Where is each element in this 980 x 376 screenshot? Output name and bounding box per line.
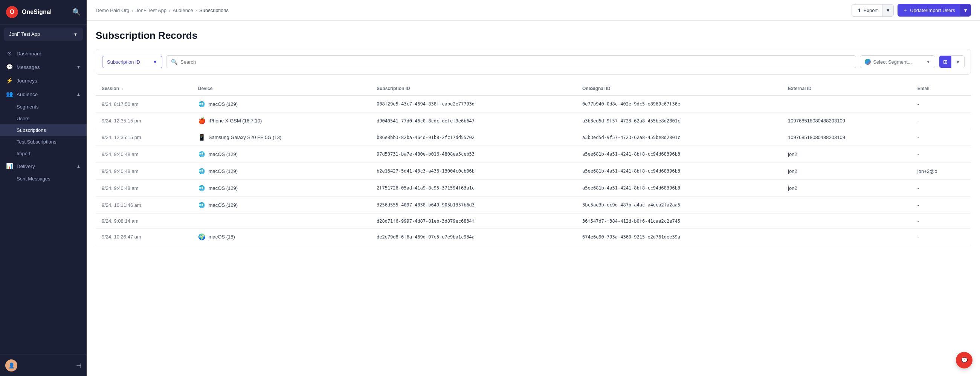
cell-external-id: 109768518080488203109 [782, 113, 912, 129]
table-row[interactable]: 9/24, 12:35:15 pm 📱 Samsung Galaxy S20 F… [95, 129, 971, 146]
breadcrumb-separator: › [169, 8, 170, 13]
cell-subscription-id: b2e16427-5d41-40c3-a436-13004c0cb06b [371, 163, 576, 180]
sidebar-subitem-label: Users [17, 116, 29, 121]
search-box: 🔍 [166, 56, 856, 68]
cell-onesignal-id: a5ee681b-4a51-4241-8bf8-cc94d68396b3 [576, 146, 782, 163]
breadcrumb-item[interactable]: Audience [172, 8, 193, 13]
filter-dropdown[interactable]: Subscription ID ▼ [102, 56, 162, 68]
export-button[interactable]: ⬆ Export ▼ [851, 4, 894, 17]
dashboard-icon: ⊙ [6, 50, 13, 57]
filter-label: Subscription ID [107, 59, 140, 65]
cell-onesignal-id: a3b3ed5d-9f57-4723-62a8-455be8d2801c [576, 113, 782, 129]
cell-subscription-id: 2f751726-05ad-41a9-8c95-371594f63a1c [371, 180, 576, 197]
sidebar-item-subscriptions[interactable]: Subscriptions [0, 124, 87, 136]
sidebar-subitem-label: Subscriptions [17, 127, 46, 133]
cell-email: - [912, 180, 971, 197]
import-button[interactable]: ＋ Update/Import Users ▼ [897, 4, 971, 17]
table-row[interactable]: 9/24, 9:08:14 am d28d71f6-9997-4d87-81eb… [95, 213, 971, 229]
sidebar-logo: O OneSignal 🔍 [0, 0, 87, 24]
sidebar-item-label: Delivery [17, 164, 35, 169]
cell-subscription-id: d9040541-77d0-46c0-8cdc-defef9e6b647 [371, 113, 576, 129]
cell-device: 🌐 macOS (129) [192, 146, 371, 163]
sidebar-item-journeys[interactable]: ⚡ Journeys [0, 74, 87, 88]
sidebar-item-dashboard[interactable]: ⊙ Dashboard [0, 47, 87, 60]
app-selector[interactable]: JonF Test App ▼ [4, 27, 83, 41]
cell-session: 9/24, 9:40:48 am [95, 146, 192, 163]
cell-onesignal-id: 36f547d7-f384-412d-b0f6-41caa2c2e745 [576, 213, 782, 229]
segment-select[interactable]: Select Segment... ▼ [860, 56, 935, 68]
collapse-sidebar-button[interactable]: ⊣ [76, 362, 81, 369]
breadcrumb-item[interactable]: Demo Paid Org [95, 8, 130, 13]
chat-bubble[interactable]: 💬 [956, 352, 972, 368]
cell-subscription-id: de2e79d8-6f6a-469d-97e5-e7e9ba1c934a [371, 229, 576, 245]
import-dropdown-arrow[interactable]: ▼ [960, 5, 971, 16]
cell-device: 🌐 macOS (129) [192, 180, 371, 197]
sidebar-item-label: Journeys [17, 78, 37, 84]
export-label: Export [864, 8, 878, 13]
cell-device: 🌐 macOS (129) [192, 95, 371, 113]
audience-icon: 👥 [6, 91, 13, 97]
table-header-row: Session ↕ Device Subscription ID OneSign… [95, 82, 971, 95]
import-label: Update/Import Users [910, 8, 955, 13]
cell-email: - [912, 229, 971, 245]
grid-view-button[interactable]: ⊞ [939, 56, 951, 68]
cell-subscription-id: b86e8bb3-82ba-464d-91b8-2fc17dd55702 [371, 129, 576, 146]
sidebar-item-test-subscriptions[interactable]: Test Subscriptions [0, 136, 87, 148]
table-row[interactable]: 9/24, 9:40:48 am 🌐 macOS (129) 2f751726-… [95, 180, 971, 197]
topbar: Demo Paid Org › JonF Test App › Audience… [87, 0, 980, 21]
cell-external-id: 109768518080488203109 [782, 129, 912, 146]
sidebar-item-label: Messages [17, 64, 40, 70]
sidebar-item-messages[interactable]: 💬 Messages ▼ [0, 60, 87, 74]
table-row[interactable]: 9/24, 8:17:50 am 🌐 macOS (129) 008f29e5-… [95, 95, 971, 113]
sidebar-item-segments[interactable]: Segments [0, 101, 87, 113]
cell-external-id: jon2 [782, 146, 912, 163]
cell-onesignal-id: a5ee681b-4a51-4241-8bf8-cc94d68396b3 [576, 180, 782, 197]
logo-icon: O [6, 6, 18, 18]
sidebar-item-delivery[interactable]: 📊 Delivery ▲ [0, 159, 87, 173]
cell-onesignal-id: 3bc5ae3b-ec9d-487b-a4ac-a4eca2fa2aa5 [576, 197, 782, 213]
sidebar-item-sent-messages[interactable]: Sent Messages [0, 173, 87, 185]
sidebar-item-import[interactable]: Import [0, 148, 87, 159]
cell-onesignal-id: 674e6e90-793a-4360-9215-e2d761dee39a [576, 229, 782, 245]
sidebar-item-users[interactable]: Users [0, 113, 87, 124]
chevron-up-icon: ▲ [76, 164, 81, 169]
cell-external-id [782, 229, 912, 245]
breadcrumb: Demo Paid Org › JonF Test App › Audience… [95, 8, 229, 13]
sidebar-item-label: Audience [17, 92, 38, 97]
cell-session: 9/24, 8:17:50 am [95, 95, 192, 113]
avatar[interactable]: 👤 [5, 359, 18, 371]
sidebar-subitem-label: Segments [17, 104, 39, 110]
cell-device: 🍎 iPhone X GSM (16.7.10) [192, 113, 371, 129]
delivery-icon: 📊 [6, 163, 13, 169]
table-row[interactable]: 9/24, 9:40:48 am 🌐 macOS (129) b2e16427-… [95, 163, 971, 180]
topbar-actions: ⬆ Export ▼ ＋ Update/Import Users ▼ [851, 4, 971, 17]
chevron-down-icon: ▼ [926, 59, 930, 64]
cell-device: 📱 Samsung Galaxy S20 FE 5G (13) [192, 129, 371, 146]
sidebar-footer: 👤 ⊣ [0, 355, 87, 376]
cell-session: 9/24, 10:26:47 am [95, 229, 192, 245]
col-device: Device [192, 82, 371, 95]
sidebar-item-audience[interactable]: 👥 Audience ▲ [0, 88, 87, 101]
col-session[interactable]: Session ↕ [95, 82, 192, 95]
search-input[interactable] [180, 59, 851, 65]
list-view-button[interactable]: ▼ [951, 56, 964, 68]
table-row[interactable]: 9/24, 10:11:46 am 🌐 macOS (129) 3256d555… [95, 197, 971, 213]
cell-onesignal-id: a5ee681b-4a51-4241-8bf8-cc94d68396b3 [576, 163, 782, 180]
table-row[interactable]: 9/24, 10:26:47 am 🌍 macOS (18) de2e79d8-… [95, 229, 971, 245]
cell-email: - [912, 113, 971, 129]
cell-email: - [912, 95, 971, 113]
chat-icon: 💬 [961, 357, 967, 363]
page-title: Subscription Records [95, 30, 971, 41]
main-content: Demo Paid Org › JonF Test App › Audience… [87, 0, 980, 376]
sidebar-item-label: Dashboard [17, 51, 41, 56]
table-row[interactable]: 9/24, 9:40:48 am 🌐 macOS (129) 97d50731-… [95, 146, 971, 163]
cell-external-id [782, 197, 912, 213]
chevron-down-icon: ▼ [153, 59, 158, 65]
segment-label: Select Segment... [873, 59, 912, 65]
export-dropdown-arrow[interactable]: ▼ [882, 5, 893, 16]
breadcrumb-item[interactable]: JonF Test App [135, 8, 167, 13]
plus-icon: ＋ [903, 7, 908, 14]
table-row[interactable]: 9/24, 12:35:15 pm 🍎 iPhone X GSM (16.7.1… [95, 113, 971, 129]
cell-subscription-id: d28d71f6-9997-4d87-81eb-3d879ec6834f [371, 213, 576, 229]
search-icon[interactable]: 🔍 [72, 8, 81, 16]
